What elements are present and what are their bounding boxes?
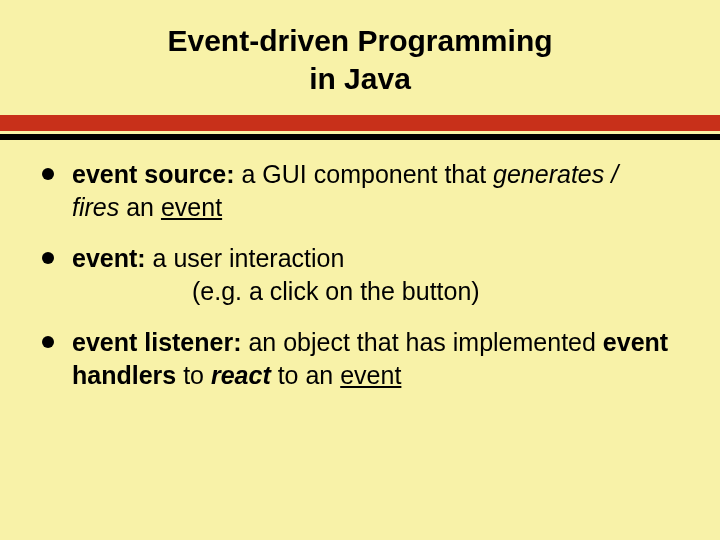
term: event: [72,244,146,272]
divider [0,115,720,140]
bullet-item-3: event listener: an object that has imple… [72,326,670,392]
text: an object that has implemented [242,328,603,356]
text: to an [271,361,341,389]
text: an [119,193,161,221]
text: to [176,361,211,389]
bullet-item-2: event: a user interaction (e.g. a click … [72,242,670,308]
term: event listener: [72,328,242,356]
title-line-2: in Java [309,62,411,95]
slide-title: Event-driven Programming in Java [0,0,720,115]
emphasis: react [211,361,271,389]
underline: event [161,193,222,221]
content-area: event source: a GUI component that gener… [0,140,720,392]
title-line-1: Event-driven Programming [167,24,552,57]
bullet-dot-icon [42,252,54,264]
divider-red-bar [0,115,720,131]
text: a user interaction [146,244,345,272]
sub-text: (e.g. a click on the button) [72,275,670,308]
bullet-dot-icon [42,168,54,180]
text: a GUI component that [235,160,493,188]
slide: Event-driven Programming in Java event s… [0,0,720,540]
bullet-dot-icon [42,336,54,348]
term: event source: [72,160,235,188]
bullet-item-1: event source: a GUI component that gener… [72,158,670,224]
underline: event [340,361,401,389]
